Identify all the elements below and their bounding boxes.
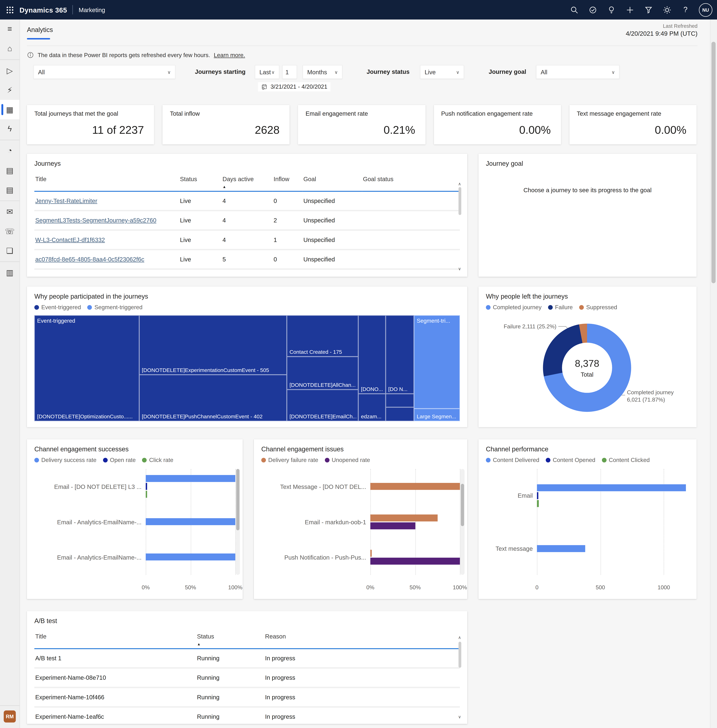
treemap-cell: Large Segmen... (414, 408, 460, 421)
starting-count-input[interactable]: 1 (282, 65, 297, 79)
bar (370, 483, 460, 490)
starting-mode-select[interactable]: Last∨ (255, 65, 279, 79)
table-cell: ac078fcd-8e65-4805-8aa4-0c5f23062f6c (34, 249, 179, 269)
add-icon[interactable] (623, 3, 637, 17)
filter-icon[interactable] (641, 3, 655, 17)
journey-link[interactable]: Jenny-Test-RateLimiter (35, 197, 97, 204)
table-cell: CRM training (34, 269, 179, 273)
search-icon[interactable] (567, 3, 581, 17)
table-row[interactable]: A/B test 1RunningIn progress (34, 648, 460, 668)
sidebar-item-email[interactable]: ✉ (0, 202, 20, 221)
channel-performance-card: Channel performance Content DeliveredCon… (479, 439, 697, 599)
top-app-bar: Dynamics 365 Marketing (0, 0, 717, 20)
x-axis-tick: 50% (410, 584, 421, 590)
sidebar-item-get-started[interactable]: ▷ (0, 61, 20, 80)
tab-analytics[interactable]: Analytics (27, 26, 53, 34)
chart-scrollbar[interactable] (236, 469, 240, 575)
journey-status-select[interactable]: Live∨ (420, 65, 464, 79)
category-label: Text message (486, 522, 537, 575)
journey-goal-value: All (541, 69, 547, 75)
starting-unit-select[interactable]: Months∨ (303, 65, 343, 79)
check-circle-icon[interactable] (586, 3, 600, 17)
sidebar-item-segments[interactable]: ◔ (0, 141, 20, 161)
column-header[interactable]: Reason (264, 629, 460, 648)
sidebar-divider (0, 140, 20, 140)
waffle-menu-icon[interactable] (0, 0, 20, 20)
help-icon[interactable]: ? (679, 3, 693, 17)
table-row[interactable]: ac078fcd-8e65-4805-8aa4-0c5f23062f6cLive… (34, 249, 460, 269)
bar (146, 475, 235, 482)
column-header[interactable]: Days active▲ (221, 172, 273, 191)
column-header[interactable]: Goal (302, 172, 362, 191)
journeys-table-scrollbar[interactable]: ∧ ∨ (457, 182, 462, 271)
legend-item: Event-triggered (34, 304, 81, 310)
journey-goal-select[interactable]: All∨ (536, 65, 619, 79)
scroll-down-icon[interactable]: ∨ (458, 714, 461, 719)
journey-filter-select[interactable]: All∨ (34, 65, 175, 79)
sidebar-item-library[interactable]: ▥ (0, 263, 20, 282)
legend-item: Unopened rate (325, 457, 370, 463)
column-header[interactable]: Status▲ (196, 629, 264, 648)
donut-center: 8,378 Total (562, 343, 612, 393)
table-cell: Experiment-Name-08e710 (34, 668, 196, 687)
column-header[interactable]: Title (34, 629, 196, 648)
column-header[interactable]: Goal status (362, 172, 460, 191)
table-row[interactable]: Experiment-Name-08e710RunningIn progress (34, 668, 460, 687)
column-header[interactable]: Inflow (273, 172, 302, 191)
chart-scrollbar[interactable] (461, 469, 465, 575)
kpi-label: Total journeys that met the goal (34, 110, 147, 117)
library-icon: ▥ (6, 268, 14, 277)
sidebar-item-analytics[interactable]: ▦ (0, 100, 20, 119)
table-row[interactable]: Jenny-Test-RateLimiterLive40Unspecified (34, 191, 460, 211)
kpi-label: Email engagement rate (306, 110, 418, 117)
table-row[interactable]: Experiment-Name-1eaf6cRunningIn progress (34, 707, 460, 722)
sidebar-item-text-message[interactable]: ☏ (0, 222, 20, 241)
sidebar-item-real-time-triggers[interactable]: ϟ (0, 119, 20, 139)
app-area-label[interactable]: Marketing (79, 6, 105, 13)
sidebar-item-chat[interactable]: ❏ (0, 241, 20, 260)
kpi-value: 11 of 2237 (34, 124, 147, 136)
sidebar-item-menu[interactable]: ≡ (0, 20, 20, 39)
scroll-up-icon[interactable]: ∧ (458, 182, 461, 186)
column-header[interactable]: Title (34, 172, 179, 191)
table-cell: 5 (221, 269, 273, 273)
treemap-cell-label: Large Segmen... (417, 414, 458, 419)
user-avatar[interactable]: NU (699, 3, 712, 17)
learn-more-link[interactable]: Learn more. (214, 52, 245, 58)
info-icon (27, 52, 34, 58)
app-title[interactable]: Dynamics 365 (20, 6, 67, 14)
bar (146, 518, 235, 526)
completed-callout: Completed journey 6,021 (71.87%) (627, 388, 674, 404)
journey-link[interactable]: SegmentL3Tests-SegmentJourney-a59c2760 (35, 217, 156, 224)
email-templates-icon: ▤ (6, 165, 14, 175)
settings-gear-icon[interactable] (660, 3, 674, 17)
table-row[interactable]: Experiment-Name-10f466RunningIn progress (34, 688, 460, 707)
table-row[interactable]: SegmentL3Tests-SegmentJourney-a59c2760Li… (34, 211, 460, 230)
scroll-up-icon[interactable]: ∧ (458, 635, 461, 640)
ab-test-scrollbar[interactable]: ∧ ∨ (457, 635, 462, 719)
treemap-cell-label: [DONOTDELETE]AllChan... (290, 382, 356, 387)
sidebar-item-content-templates[interactable]: ▤ (0, 180, 20, 200)
column-header[interactable]: Status (179, 172, 222, 191)
sort-ascending-icon: ▲ (197, 642, 261, 646)
treemap-cell: [DONOTDELETE]PushChannelCustomEvent - 40… (139, 375, 287, 421)
environment-badge[interactable]: RM (4, 710, 16, 722)
menu-icon: ≡ (8, 24, 12, 34)
sidebar-item-email-templates[interactable]: ▤ (0, 161, 20, 180)
page-scrollbar-thumb[interactable] (711, 42, 715, 283)
sidebar-item-home[interactable]: ⌂ (0, 39, 20, 58)
lightbulb-icon[interactable] (604, 3, 618, 17)
treemap-cell-label: [DONOTDELETE]OptimizationCusto...... (37, 414, 137, 419)
table-row[interactable]: W-L3-ContactEJ-df1f6332Live41Unspecified (34, 230, 460, 249)
starting-mode-value: Last (259, 69, 271, 75)
journey-link[interactable]: W-L3-ContactEJ-df1f6332 (35, 236, 105, 243)
scroll-down-icon[interactable]: ∨ (458, 266, 461, 271)
kpi-value: 0.00% (577, 124, 689, 136)
table-cell: Unspecified (302, 211, 362, 230)
legend-dot-icon (87, 305, 92, 310)
journey-link[interactable]: ac078fcd-8e65-4805-8aa4-0c5f23062f6c (35, 256, 144, 263)
table-row[interactable]: CRM trainingLive50Unspecified (34, 269, 460, 273)
sidebar-item-customer-journeys[interactable]: ⚡ (0, 80, 20, 100)
page-scrollbar[interactable] (710, 20, 717, 728)
legend-item: Content Opened (546, 457, 595, 463)
